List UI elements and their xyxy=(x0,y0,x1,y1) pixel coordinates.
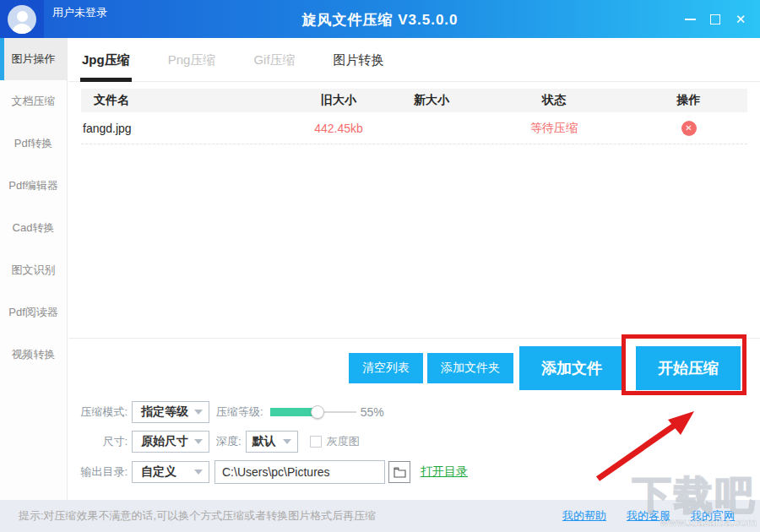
compress-mode-label: 压缩模式: xyxy=(75,404,128,420)
caret-down-icon xyxy=(194,439,203,444)
main-panel: Jpg压缩 Png压缩 Gif压缩 图片转换 文件名 旧大小 新大小 状态 操作… xyxy=(68,38,760,500)
support-link[interactable]: 我的客服 xyxy=(627,508,670,524)
tab-image-convert[interactable]: 图片转换 xyxy=(332,38,386,82)
sidebar-item-image-ops[interactable]: 图片操作 xyxy=(0,38,67,80)
sidebar-item-label: 文档压缩 xyxy=(12,94,56,109)
compress-mode-select[interactable]: 指定等级 xyxy=(132,401,209,423)
start-compress-button[interactable]: 开始压缩 xyxy=(636,346,741,390)
column-actions: 操作 xyxy=(630,93,747,108)
tab-png-compress[interactable]: Png压缩 xyxy=(166,38,218,82)
active-indicator xyxy=(0,38,4,80)
minimize-button[interactable] xyxy=(677,7,703,32)
add-file-button[interactable]: 添加文件 xyxy=(519,346,624,390)
sidebar-item-doc-compress[interactable]: 文档压缩 xyxy=(0,80,67,122)
titlebar: 用户未登录 旋风文件压缩 V3.5.0.0 ✕ xyxy=(0,0,760,38)
compress-level-slider[interactable] xyxy=(270,405,356,419)
output-dir-label: 输出目录: xyxy=(75,464,128,480)
compress-mode-value: 指定等级 xyxy=(141,404,188,420)
website-link[interactable]: 我的官网 xyxy=(691,508,735,524)
close-icon: ✕ xyxy=(736,12,746,27)
file-name: fangd.jpg xyxy=(81,122,292,135)
file-table-header: 文件名 旧大小 新大小 状态 操作 xyxy=(81,89,747,112)
caret-down-icon xyxy=(194,470,203,475)
compress-mode-row: 压缩模式: 指定等级 压缩等级: 55% xyxy=(75,401,468,423)
column-old-size: 旧大小 xyxy=(292,93,385,108)
column-filename: 文件名 xyxy=(81,93,292,108)
sidebar-item-label: Pdf转换 xyxy=(14,136,53,151)
compress-level-label: 压缩等级: xyxy=(216,404,263,420)
statusbar-links: 我的帮助 我的客服 我的官网 xyxy=(562,508,735,524)
tab-bar: Jpg压缩 Png压缩 Gif压缩 图片转换 xyxy=(68,38,760,82)
hint-text: 提示:对压缩效果不满意的话,可以换个方式压缩或者转换图片格式后再压缩 xyxy=(19,508,376,524)
size-label: 尺寸: xyxy=(75,434,128,449)
grayscale-label: 灰度图 xyxy=(327,434,360,449)
sidebar-item-ocr[interactable]: 图文识别 xyxy=(0,249,67,291)
clear-list-button[interactable]: 清空列表 xyxy=(349,353,423,383)
output-dir-row: 输出目录: 自定义 打开目录 xyxy=(75,460,468,484)
add-folder-button[interactable]: 添加文件夹 xyxy=(427,353,513,383)
sidebar-item-pdf-reader[interactable]: Pdf阅读器 xyxy=(0,291,67,334)
settings-form: 压缩模式: 指定等级 压缩等级: 55% 尺寸: 原始尺寸 xyxy=(75,401,468,491)
column-new-size: 新大小 xyxy=(385,93,478,108)
sidebar-item-label: Cad转换 xyxy=(13,220,55,236)
window-title: 旋风文件压缩 V3.5.0.0 xyxy=(0,10,760,30)
depth-select[interactable]: 默认 xyxy=(246,431,298,453)
sidebar-item-video-convert[interactable]: 视频转换 xyxy=(0,334,67,376)
sidebar-item-label: 图片操作 xyxy=(12,52,56,67)
help-link[interactable]: 我的帮助 xyxy=(562,508,606,524)
caret-down-icon xyxy=(194,410,203,415)
output-dir-mode-select[interactable]: 自定义 xyxy=(132,461,209,483)
window-controls: ✕ xyxy=(677,0,753,38)
table-row: fangd.jpg 442.45kb 等待压缩 ✕ xyxy=(81,112,747,144)
close-button[interactable]: ✕ xyxy=(728,7,753,32)
sidebar-item-label: 图文识别 xyxy=(12,263,56,278)
tab-jpg-compress[interactable]: Jpg压缩 xyxy=(80,38,132,82)
action-button-bar: 清空列表 添加文件夹 添加文件 开始压缩 xyxy=(68,338,760,390)
size-depth-row: 尺寸: 原始尺寸 深度: 默认 灰度图 xyxy=(75,431,468,453)
minimize-icon xyxy=(685,19,696,20)
compress-level-thumb[interactable] xyxy=(311,405,324,419)
file-old-size: 442.45kb xyxy=(292,122,385,135)
folder-icon xyxy=(394,467,406,478)
maximize-icon xyxy=(710,14,720,24)
output-path-input[interactable] xyxy=(214,460,385,484)
remove-file-button[interactable]: ✕ xyxy=(681,121,697,136)
caret-down-icon xyxy=(283,439,291,444)
sidebar-item-pdf-convert[interactable]: Pdf转换 xyxy=(0,122,67,165)
browse-folder-button[interactable] xyxy=(388,461,410,483)
size-value: 原始尺寸 xyxy=(141,434,188,449)
remove-icon: ✕ xyxy=(685,124,692,133)
sidebar: 图片操作 文档压缩 Pdf转换 Pdf编辑器 Cad转换 图文识别 Pdf阅读器… xyxy=(0,38,68,500)
file-actions-cell: ✕ xyxy=(630,120,747,136)
sidebar-item-cad-convert[interactable]: Cad转换 xyxy=(0,207,67,249)
grayscale-checkbox[interactable] xyxy=(310,436,322,448)
depth-value: 默认 xyxy=(252,434,276,449)
column-status: 状态 xyxy=(478,93,630,108)
depth-label: 深度: xyxy=(216,434,242,449)
compress-level-percent: 55% xyxy=(361,405,384,419)
app-window: 用户未登录 旋风文件压缩 V3.5.0.0 ✕ 图片操作 文档压缩 Pdf转换 … xyxy=(0,0,760,532)
statusbar: 提示:对压缩效果不满意的话,可以换个方式压缩或者转换图片格式后再压缩 我的帮助 … xyxy=(0,500,760,532)
tab-gif-compress[interactable]: Gif压缩 xyxy=(252,38,296,82)
sidebar-item-label: Pdf阅读器 xyxy=(8,305,58,320)
output-dir-mode-value: 自定义 xyxy=(141,464,176,480)
sidebar-item-label: Pdf编辑器 xyxy=(8,178,58,193)
open-directory-link[interactable]: 打开目录 xyxy=(421,464,468,480)
maximize-button[interactable] xyxy=(703,7,728,32)
file-status: 等待压缩 xyxy=(478,121,630,136)
size-select[interactable]: 原始尺寸 xyxy=(132,431,209,453)
sidebar-item-label: 视频转换 xyxy=(12,347,56,362)
sidebar-item-pdf-editor[interactable]: Pdf编辑器 xyxy=(0,165,67,207)
